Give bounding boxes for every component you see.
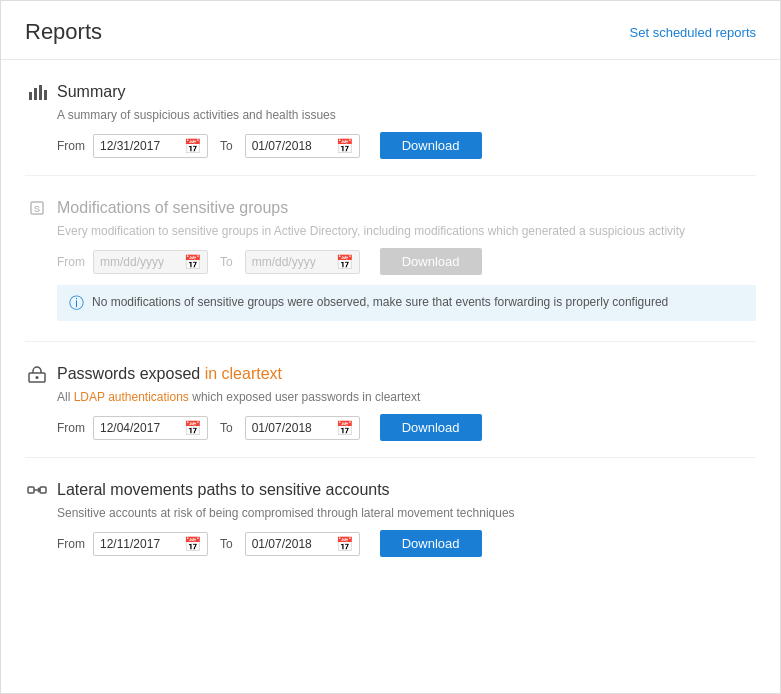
summary-date-row: From 📅 To 📅 Download (57, 132, 756, 159)
passwords-desc-after: which exposed user passwords in cleartex… (189, 390, 420, 404)
summary-from-label: From (57, 139, 85, 153)
lateral-to-label: To (220, 537, 233, 551)
reports-page: Reports Set scheduled reports Summary A … (0, 0, 781, 694)
passwords-desc-before: All (57, 390, 74, 404)
summary-to-label: To (220, 139, 233, 153)
lateral-from-input[interactable] (100, 537, 182, 551)
sensitive-groups-title: Modifications of sensitive groups (57, 199, 288, 217)
info-icon: ⓘ (69, 294, 84, 313)
summary-from-input[interactable] (100, 139, 182, 153)
passwords-title-highlight: in cleartext (205, 365, 282, 382)
svg-rect-2 (39, 85, 42, 100)
passwords-to-input[interactable] (252, 421, 334, 435)
summary-download-button[interactable]: Download (380, 132, 482, 159)
svg-rect-0 (29, 92, 32, 100)
passwords-cleartext-date-row: From 📅 To 📅 Download (57, 414, 756, 441)
svg-point-7 (36, 376, 39, 379)
set-scheduled-link[interactable]: Set scheduled reports (630, 25, 756, 40)
sensitive-groups-to-input[interactable] (252, 255, 334, 269)
lateral-icon (25, 478, 49, 502)
passwords-to-calendar-icon[interactable]: 📅 (336, 420, 353, 436)
sensitive-groups-to-label: To (220, 255, 233, 269)
sensitive-groups-header: S Modifications of sensitive groups (25, 196, 756, 220)
passwords-from-input[interactable] (100, 421, 182, 435)
shield-icon: S (25, 196, 49, 220)
svg-rect-1 (34, 88, 37, 100)
svg-text:S: S (34, 204, 40, 214)
reports-list: Summary A summary of suspicious activiti… (1, 60, 780, 573)
sensitive-groups-date-row: From 📅 To 📅 Download (57, 248, 756, 275)
lateral-download-button[interactable]: Download (380, 530, 482, 557)
report-summary: Summary A summary of suspicious activiti… (25, 60, 756, 176)
sensitive-groups-info-box: ⓘ No modifications of sensitive groups w… (57, 285, 756, 321)
summary-from-calendar-icon[interactable]: 📅 (184, 138, 201, 154)
passwords-title-before: Passwords exposed (57, 365, 205, 382)
sensitive-groups-to-wrap: 📅 (245, 250, 360, 274)
passwords-cleartext-header: Passwords exposed in cleartext (25, 362, 756, 386)
passwords-to-wrap: 📅 (245, 416, 360, 440)
passwords-from-label: From (57, 421, 85, 435)
lateral-to-input[interactable] (252, 537, 334, 551)
sensitive-groups-download-button: Download (380, 248, 482, 275)
passwords-from-wrap: 📅 (93, 416, 208, 440)
lateral-from-calendar-icon[interactable]: 📅 (184, 536, 201, 552)
summary-to-wrap: 📅 (245, 134, 360, 158)
lateral-movements-header: Lateral movements paths to sensitive acc… (25, 478, 756, 502)
sensitive-groups-to-calendar-icon: 📅 (336, 254, 353, 270)
report-sensitive-groups: S Modifications of sensitive groups Ever… (25, 176, 756, 342)
summary-header: Summary (25, 80, 756, 104)
page-title: Reports (25, 19, 102, 45)
sensitive-groups-from-wrap: 📅 (93, 250, 208, 274)
passwords-cleartext-desc: All LDAP authentications which exposed u… (57, 390, 756, 404)
summary-desc: A summary of suspicious activities and h… (57, 108, 756, 122)
sensitive-groups-from-calendar-icon: 📅 (184, 254, 201, 270)
password-icon (25, 362, 49, 386)
passwords-desc-highlight: LDAP authentications (74, 390, 189, 404)
lateral-movements-desc: Sensitive accounts at risk of being comp… (57, 506, 756, 520)
svg-rect-8 (28, 487, 34, 493)
sensitive-groups-from-label: From (57, 255, 85, 269)
passwords-download-button[interactable]: Download (380, 414, 482, 441)
lateral-from-wrap: 📅 (93, 532, 208, 556)
report-lateral-movements: Lateral movements paths to sensitive acc… (25, 458, 756, 573)
summary-title: Summary (57, 83, 125, 101)
svg-rect-3 (44, 90, 47, 100)
passwords-cleartext-title: Passwords exposed in cleartext (57, 365, 282, 383)
passwords-from-calendar-icon[interactable]: 📅 (184, 420, 201, 436)
summary-to-input[interactable] (252, 139, 334, 153)
lateral-to-calendar-icon[interactable]: 📅 (336, 536, 353, 552)
report-passwords-cleartext: Passwords exposed in cleartext All LDAP … (25, 342, 756, 458)
sensitive-groups-info-text: No modifications of sensitive groups wer… (92, 293, 668, 311)
lateral-movements-title: Lateral movements paths to sensitive acc… (57, 481, 390, 499)
lateral-from-label: From (57, 537, 85, 551)
lateral-to-wrap: 📅 (245, 532, 360, 556)
summary-from-wrap: 📅 (93, 134, 208, 158)
lateral-movements-date-row: From 📅 To 📅 Download (57, 530, 756, 557)
passwords-to-label: To (220, 421, 233, 435)
summary-to-calendar-icon[interactable]: 📅 (336, 138, 353, 154)
sensitive-groups-desc: Every modification to sensitive groups i… (57, 224, 756, 238)
bar-chart-icon (25, 80, 49, 104)
page-header: Reports Set scheduled reports (1, 1, 780, 60)
sensitive-groups-from-input[interactable] (100, 255, 182, 269)
